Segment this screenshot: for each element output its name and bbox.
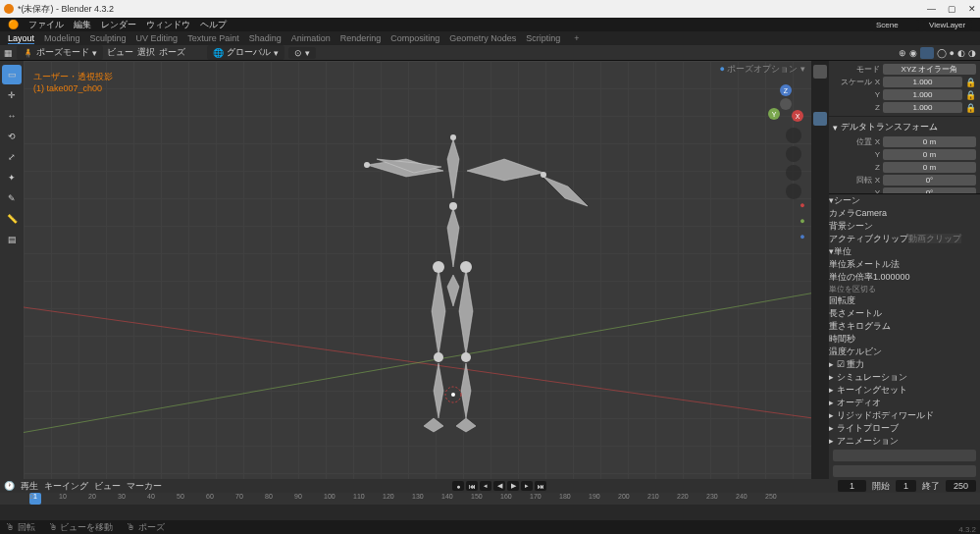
dloc-x[interactable]: 0 m [883,136,976,147]
dloc-y[interactable]: 0 m [883,149,976,160]
prop-tab-particles[interactable] [813,175,827,188]
viewlayer-selector[interactable]: ViewLayer [923,20,972,30]
panel-footer-item[interactable] [833,450,976,461]
timeline-track[interactable] [0,505,980,520]
menu-render[interactable]: レンダー [101,19,136,31]
panel-gravity[interactable]: ▸ ☑ 重力 [829,358,980,371]
rotation-mode[interactable]: XYZ オイラー角 [883,64,976,75]
unit-length[interactable]: メートル [847,308,882,318]
panel-keyingsets[interactable]: ▸ キーイングセット [829,384,980,397]
header-select[interactable]: 選択 [137,46,155,59]
shading-solid-icon[interactable]: ● [950,48,954,58]
overlay-tab-view[interactable]: ● [796,214,809,228]
unit-system[interactable]: メートル法 [855,259,900,269]
frame-end[interactable]: 250 [946,480,976,492]
header-pose[interactable]: ポーズ [159,46,185,59]
unit-rotation[interactable]: 度 [847,295,855,305]
prop-tab-scene[interactable] [813,112,827,126]
orientation-dropdown[interactable]: 🌐 グローバル ▾ [207,45,284,60]
xray-toggle[interactable] [920,47,934,59]
active-clip[interactable]: 動画クリップ [908,234,961,243]
prop-tab-texture[interactable] [813,285,827,298]
tab-compositing[interactable]: Compositing [390,33,439,43]
prop-tab-material[interactable] [813,269,827,283]
scale-x[interactable]: 1.000 [883,77,962,87]
frame-current[interactable]: 1 [838,480,866,492]
tool-annotate[interactable]: ✎ [2,188,22,208]
prop-tab-viewlayer[interactable] [813,96,827,110]
tool-breakdowner[interactable]: ▤ [2,230,22,249]
drot-x[interactable]: 0° [883,175,976,186]
timeline-editor-icon[interactable]: 🕐 [4,481,15,491]
separate-units[interactable]: 単位を区切る [829,285,876,294]
tab-rendering[interactable]: Rendering [340,33,382,43]
editor-type-icon[interactable]: ▦ [4,48,13,58]
close-button[interactable]: ✕ [968,4,976,14]
pivot-dropdown[interactable]: ⊙ ▾ [288,47,316,59]
panel-lightprobe[interactable]: ▸ ライトプローブ [829,422,980,435]
tool-select[interactable]: ▭ [2,65,22,84]
tool-scale[interactable]: ⤢ [2,147,22,167]
panel-rigidbody[interactable]: ▸ リジッドボディワールド [829,409,980,422]
units-header[interactable]: ▾単位 [829,245,980,258]
panel-audio[interactable]: ▸ オーディオ [829,397,980,409]
overlay-tab-item[interactable]: ● [796,198,809,212]
prop-tab-modifiers[interactable] [813,159,827,173]
panel-footer-item[interactable] [833,465,976,477]
autokey-icon[interactable]: ● [452,481,464,491]
prop-tab-bone[interactable] [813,238,827,251]
unit-time[interactable]: 秒 [847,334,855,344]
shading-matprev-icon[interactable]: ◐ [957,48,965,58]
jump-end-icon[interactable]: ⏭ [535,481,546,491]
prop-tab-data[interactable] [813,222,827,236]
tab-modeling[interactable]: Modeling [44,33,80,43]
sceneprops-header[interactable]: ▾シーン [829,194,980,207]
dloc-z[interactable]: 0 m [883,162,976,173]
menu-file[interactable]: ファイル [28,19,64,31]
scale-y[interactable]: 1.000 [883,89,962,100]
prop-tab-world[interactable] [813,128,827,141]
tab-animation[interactable]: Animation [291,33,331,43]
tool-rotate[interactable]: ⟲ [2,127,22,146]
prop-tab-object[interactable] [813,143,827,157]
tab-texture[interactable]: Texture Paint [187,33,239,43]
unit-temp[interactable]: ケルビン [847,347,882,356]
prop-tab-output[interactable] [813,80,827,94]
shading-rendered-icon[interactable]: ◑ [968,48,976,58]
prop-tab-constraints[interactable] [813,206,827,220]
maximize-button[interactable]: ▢ [948,4,956,14]
menu-window[interactable]: ウィンドウ [146,19,190,31]
tool-move[interactable]: ↔ [2,106,22,126]
tab-geonodes[interactable]: Geometry Nodes [449,33,516,43]
scene-camera[interactable]: Camera [855,208,887,218]
tl-menu-marker[interactable]: マーカー [127,480,162,493]
play-icon[interactable]: ▶ [507,481,519,491]
unit-scale[interactable]: 1.000000 [873,272,910,282]
tool-cursor[interactable]: ✛ [2,85,22,105]
jump-start-icon[interactable]: ⏮ [466,481,478,491]
minimize-button[interactable]: — [927,4,936,14]
overlay-toggle-icon[interactable]: ◉ [909,48,917,58]
scene-selector[interactable]: Scene [870,20,919,30]
tab-shading[interactable]: Shading [249,33,282,43]
tool-measure[interactable]: 📏 [2,209,22,229]
shading-wire-icon[interactable]: ◯ [937,48,947,58]
play-reverse-icon[interactable]: ◀ [493,481,505,491]
header-view[interactable]: ビュー [107,46,133,59]
unit-mass[interactable]: キログラム [847,321,891,331]
armature[interactable] [24,61,808,479]
mode-dropdown[interactable]: 🧍 ポーズモード ▾ [17,45,103,60]
prop-tab-boneconstraint[interactable] [813,253,827,267]
tool-transform[interactable]: ✦ [2,168,22,187]
frame-start[interactable]: 1 [896,480,916,492]
3d-viewport[interactable]: ● ポーズオプション ▾ ユーザー・透視投影 (1) take007_ch00 … [24,61,811,479]
panel-simulation[interactable]: ▸ シミュレーション [829,371,980,384]
tab-uv[interactable]: UV Editing [136,33,179,43]
tl-menu-view[interactable]: ビュー [94,480,121,493]
tl-menu-playback[interactable]: 再生 [21,480,38,493]
tab-layout[interactable]: Layout [8,33,34,44]
overlay-tab-tool[interactable]: ● [796,230,809,243]
prop-tab-render[interactable] [813,65,827,79]
panel-animation[interactable]: ▸ アニメーション [829,435,980,448]
menu-edit[interactable]: 編集 [74,19,91,31]
